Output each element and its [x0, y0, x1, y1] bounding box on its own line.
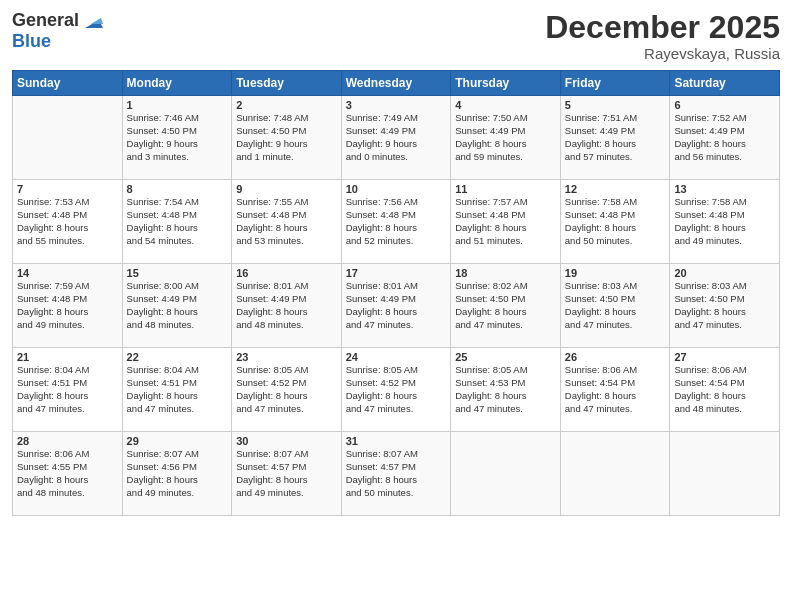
day-number: 5	[565, 99, 666, 111]
day-number: 21	[17, 351, 118, 363]
cell-line: Sunrise: 8:03 AM	[674, 280, 775, 293]
cell-line: and 48 minutes.	[17, 487, 118, 500]
cell-line: Daylight: 8 hours	[674, 222, 775, 235]
calendar-cell	[560, 432, 670, 516]
cell-line: and 49 minutes.	[17, 319, 118, 332]
cell-line: Sunrise: 8:01 AM	[346, 280, 447, 293]
cell-line: and 48 minutes.	[674, 403, 775, 416]
cell-line: and 48 minutes.	[127, 319, 228, 332]
day-number: 1	[127, 99, 228, 111]
cell-line: Sunset: 4:54 PM	[565, 377, 666, 390]
cell-line: and 50 minutes.	[346, 487, 447, 500]
cell-line: Daylight: 8 hours	[674, 138, 775, 151]
svg-marker-1	[91, 18, 103, 24]
cell-line: and 47 minutes.	[346, 319, 447, 332]
cell-line: Sunset: 4:50 PM	[455, 293, 556, 306]
cell-line: Sunset: 4:55 PM	[17, 461, 118, 474]
cell-line: Sunrise: 7:57 AM	[455, 196, 556, 209]
cell-line: and 3 minutes.	[127, 151, 228, 164]
logo-general-text: General	[12, 11, 79, 31]
cell-line: Sunset: 4:49 PM	[346, 293, 447, 306]
calendar-cell: 29Sunrise: 8:07 AMSunset: 4:56 PMDayligh…	[122, 432, 232, 516]
day-number: 3	[346, 99, 447, 111]
cell-line: Daylight: 8 hours	[565, 138, 666, 151]
cell-line: Daylight: 8 hours	[236, 306, 337, 319]
cell-line: Sunset: 4:52 PM	[346, 377, 447, 390]
cell-content: Sunrise: 8:06 AMSunset: 4:54 PMDaylight:…	[565, 364, 666, 415]
cell-line: Sunrise: 7:52 AM	[674, 112, 775, 125]
cell-line: and 55 minutes.	[17, 235, 118, 248]
cell-line: Daylight: 8 hours	[236, 390, 337, 403]
cell-line: Sunrise: 8:03 AM	[565, 280, 666, 293]
cell-line: Daylight: 8 hours	[455, 138, 556, 151]
day-number: 4	[455, 99, 556, 111]
calendar-cell: 4Sunrise: 7:50 AMSunset: 4:49 PMDaylight…	[451, 96, 561, 180]
cell-line: and 53 minutes.	[236, 235, 337, 248]
calendar-cell: 2Sunrise: 7:48 AMSunset: 4:50 PMDaylight…	[232, 96, 342, 180]
cell-line: Sunrise: 7:59 AM	[17, 280, 118, 293]
cell-content: Sunrise: 8:07 AMSunset: 4:57 PMDaylight:…	[236, 448, 337, 499]
cell-line: Sunset: 4:48 PM	[236, 209, 337, 222]
cell-content: Sunrise: 8:07 AMSunset: 4:57 PMDaylight:…	[346, 448, 447, 499]
calendar-cell: 12Sunrise: 7:58 AMSunset: 4:48 PMDayligh…	[560, 180, 670, 264]
calendar-cell: 23Sunrise: 8:05 AMSunset: 4:52 PMDayligh…	[232, 348, 342, 432]
calendar-cell: 21Sunrise: 8:04 AMSunset: 4:51 PMDayligh…	[13, 348, 123, 432]
calendar-cell: 14Sunrise: 7:59 AMSunset: 4:48 PMDayligh…	[13, 264, 123, 348]
cell-content: Sunrise: 7:48 AMSunset: 4:50 PMDaylight:…	[236, 112, 337, 163]
calendar-week-3: 14Sunrise: 7:59 AMSunset: 4:48 PMDayligh…	[13, 264, 780, 348]
cell-content: Sunrise: 7:52 AMSunset: 4:49 PMDaylight:…	[674, 112, 775, 163]
cell-line: Sunset: 4:49 PM	[674, 125, 775, 138]
calendar-cell: 22Sunrise: 8:04 AMSunset: 4:51 PMDayligh…	[122, 348, 232, 432]
calendar-cell: 5Sunrise: 7:51 AMSunset: 4:49 PMDaylight…	[560, 96, 670, 180]
cell-line: Sunrise: 7:53 AM	[17, 196, 118, 209]
cell-line: Sunset: 4:56 PM	[127, 461, 228, 474]
day-number: 23	[236, 351, 337, 363]
cell-line: Sunset: 4:50 PM	[674, 293, 775, 306]
calendar-week-2: 7Sunrise: 7:53 AMSunset: 4:48 PMDaylight…	[13, 180, 780, 264]
calendar-cell: 25Sunrise: 8:05 AMSunset: 4:53 PMDayligh…	[451, 348, 561, 432]
calendar-table: SundayMondayTuesdayWednesdayThursdayFrid…	[12, 70, 780, 516]
logo: General Blue	[12, 10, 103, 52]
cell-content: Sunrise: 7:58 AMSunset: 4:48 PMDaylight:…	[565, 196, 666, 247]
cell-line: Sunrise: 7:58 AM	[674, 196, 775, 209]
day-number: 27	[674, 351, 775, 363]
cell-content: Sunrise: 8:00 AMSunset: 4:49 PMDaylight:…	[127, 280, 228, 331]
calendar-cell: 26Sunrise: 8:06 AMSunset: 4:54 PMDayligh…	[560, 348, 670, 432]
cell-line: and 47 minutes.	[455, 319, 556, 332]
cell-content: Sunrise: 7:56 AMSunset: 4:48 PMDaylight:…	[346, 196, 447, 247]
cell-line: Sunrise: 8:04 AM	[127, 364, 228, 377]
calendar-cell: 30Sunrise: 8:07 AMSunset: 4:57 PMDayligh…	[232, 432, 342, 516]
cell-line: and 50 minutes.	[565, 235, 666, 248]
calendar-week-1: 1Sunrise: 7:46 AMSunset: 4:50 PMDaylight…	[13, 96, 780, 180]
cell-line: Sunset: 4:49 PM	[236, 293, 337, 306]
cell-line: and 47 minutes.	[565, 403, 666, 416]
calendar-cell: 24Sunrise: 8:05 AMSunset: 4:52 PMDayligh…	[341, 348, 451, 432]
calendar-week-4: 21Sunrise: 8:04 AMSunset: 4:51 PMDayligh…	[13, 348, 780, 432]
calendar-cell: 19Sunrise: 8:03 AMSunset: 4:50 PMDayligh…	[560, 264, 670, 348]
calendar-cell	[670, 432, 780, 516]
weekday-header-row: SundayMondayTuesdayWednesdayThursdayFrid…	[13, 71, 780, 96]
day-number: 28	[17, 435, 118, 447]
cell-content: Sunrise: 8:01 AMSunset: 4:49 PMDaylight:…	[236, 280, 337, 331]
cell-line: and 1 minute.	[236, 151, 337, 164]
day-number: 18	[455, 267, 556, 279]
day-number: 20	[674, 267, 775, 279]
weekday-header-monday: Monday	[122, 71, 232, 96]
cell-line: Daylight: 9 hours	[236, 138, 337, 151]
calendar-cell: 6Sunrise: 7:52 AMSunset: 4:49 PMDaylight…	[670, 96, 780, 180]
cell-line: Sunset: 4:52 PM	[236, 377, 337, 390]
cell-line: Sunset: 4:48 PM	[455, 209, 556, 222]
day-number: 25	[455, 351, 556, 363]
weekday-header-thursday: Thursday	[451, 71, 561, 96]
weekday-header-tuesday: Tuesday	[232, 71, 342, 96]
cell-content: Sunrise: 7:51 AMSunset: 4:49 PMDaylight:…	[565, 112, 666, 163]
cell-line: Daylight: 8 hours	[674, 390, 775, 403]
day-number: 30	[236, 435, 337, 447]
cell-line: and 47 minutes.	[346, 403, 447, 416]
cell-line: and 47 minutes.	[455, 403, 556, 416]
cell-line: Sunset: 4:48 PM	[674, 209, 775, 222]
cell-line: Sunset: 4:51 PM	[17, 377, 118, 390]
cell-line: Sunrise: 7:46 AM	[127, 112, 228, 125]
weekday-header-wednesday: Wednesday	[341, 71, 451, 96]
calendar-cell: 1Sunrise: 7:46 AMSunset: 4:50 PMDaylight…	[122, 96, 232, 180]
